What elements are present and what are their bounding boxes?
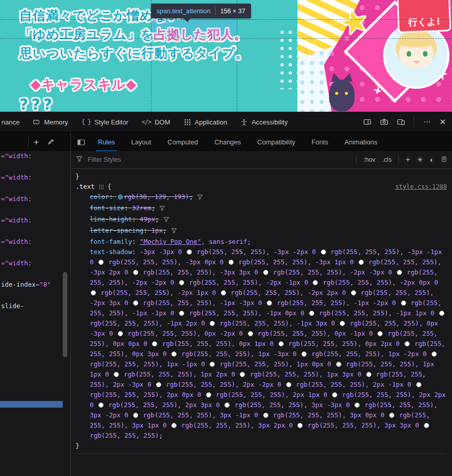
markup-line[interactable]: ide-index="8" (0, 280, 70, 301)
markup-line[interactable]: ="width: (0, 258, 70, 280)
filter-styles-input[interactable] (87, 156, 352, 164)
shadow-color-swatch[interactable] (187, 249, 192, 255)
shadow-color-swatch[interactable] (332, 392, 337, 397)
panel-tab-rules[interactable]: Rules (97, 133, 116, 152)
shadow-color-swatch[interactable] (118, 331, 123, 336)
panel-tab-animations[interactable]: Animations (343, 133, 378, 152)
filter-property-icon[interactable] (159, 204, 165, 214)
shadow-color-swatch[interactable] (397, 270, 402, 275)
shadow-color-swatch[interactable] (206, 392, 211, 397)
shadow-color-swatch[interactable] (133, 413, 138, 418)
shadow-color-swatch[interactable] (378, 331, 383, 336)
shadow-color-swatch[interactable] (179, 311, 184, 316)
responsive-design-icon[interactable] (397, 118, 405, 126)
add-node-button[interactable]: + (34, 138, 39, 146)
shadow-color-swatch[interactable] (401, 300, 406, 306)
class-list-toggle[interactable]: .cls (382, 157, 392, 163)
font-family-link[interactable]: "Mochiy Pop One" (140, 238, 201, 245)
panel-tab-layout[interactable]: Layout (130, 133, 152, 152)
shadow-color-swatch[interactable] (156, 382, 161, 387)
shadow-color-swatch[interactable] (313, 280, 318, 285)
html-markup-pane[interactable]: ="width:="width:="width:="width:="width:… (0, 151, 71, 476)
shadow-color-swatch[interactable] (297, 423, 303, 428)
shadow-color-swatch[interactable] (248, 331, 253, 336)
panel-tab-compatibility[interactable]: Compatibility (256, 133, 296, 152)
close-icon[interactable]: ✕ (439, 117, 446, 127)
shadow-color-swatch[interactable] (279, 341, 284, 346)
shadow-color-swatch[interactable] (263, 413, 268, 418)
tab-performance-partial[interactable]: nance (0, 118, 26, 126)
more-icon[interactable]: ⋯ (423, 117, 431, 127)
shadow-color-swatch[interactable] (336, 362, 341, 367)
shadow-color-swatch[interactable] (210, 321, 215, 326)
shadow-color-swatch[interactable] (152, 341, 157, 346)
panel-tab-computed[interactable]: Computed (166, 133, 199, 152)
shadow-color-swatch[interactable] (389, 413, 394, 418)
tab-application[interactable]: Application (177, 112, 234, 132)
tooltip-arrow (184, 18, 191, 22)
shadow-color-swatch[interactable] (321, 249, 326, 255)
markup-line[interactable]: ="width: (0, 194, 70, 215)
shadow-color-swatch[interactable] (224, 403, 230, 408)
eyedropper-icon[interactable] (47, 138, 55, 146)
tab-style-editor[interactable]: { }Style Editor (74, 112, 135, 132)
filter-property-icon[interactable] (163, 215, 169, 226)
shadow-color-swatch[interactable] (432, 352, 437, 357)
shadow-color-swatch[interactable] (302, 352, 307, 357)
shadow-color-swatch[interactable] (171, 352, 177, 357)
markup-scrollbar[interactable] (63, 151, 67, 476)
shadow-color-swatch[interactable] (210, 362, 215, 367)
shadow-color-swatch[interactable] (424, 423, 429, 428)
tab-accessibility[interactable]: Accessibility (234, 112, 294, 132)
markup-line[interactable]: ="width: (0, 237, 70, 258)
shadow-color-swatch[interactable] (229, 260, 234, 265)
shadow-color-swatch[interactable] (405, 341, 410, 346)
pseudo-class-toggle[interactable]: :hov (363, 157, 375, 163)
sidebar-toggle-icon[interactable] (71, 133, 90, 152)
shadow-color-swatch[interactable] (439, 311, 444, 316)
shadow-color-swatch[interactable] (221, 290, 226, 295)
shadow-color-swatch[interactable] (91, 290, 96, 295)
shadow-color-swatch[interactable] (171, 423, 177, 428)
markup-line[interactable]: slide- (0, 301, 70, 322)
split-pane-icon[interactable] (363, 118, 371, 126)
dark-scheme-icon[interactable]: ◐ (430, 156, 434, 163)
markup-line[interactable]: ="width: (0, 151, 70, 172)
shadow-color-swatch[interactable] (355, 403, 360, 408)
rule-selector[interactable]: .text (76, 182, 95, 192)
filter-property-icon[interactable] (197, 193, 203, 203)
shadow-color-swatch[interactable] (98, 403, 104, 408)
shadow-color-swatch[interactable] (309, 311, 314, 316)
shadow-color-swatch[interactable] (366, 372, 371, 377)
shadow-color-swatch[interactable] (98, 260, 104, 265)
tab-dom[interactable]: </>DOM (135, 112, 177, 132)
shadow-color-swatch[interactable] (351, 290, 356, 295)
selected-node-row[interactable] (0, 401, 63, 408)
panel-tab-fonts[interactable]: Fonts (311, 133, 330, 152)
shadow-color-swatch[interactable] (340, 321, 345, 326)
filter-property-icon[interactable] (171, 227, 177, 237)
shadow-color-swatch[interactable] (114, 372, 119, 377)
markup-line[interactable]: ="width: (0, 172, 70, 194)
rule-close-brace: } (76, 441, 447, 451)
shadow-color-swatch[interactable] (267, 300, 272, 306)
markup-line[interactable]: ="width: (0, 215, 70, 237)
shadow-color-swatch[interactable] (263, 270, 268, 275)
shadow-color-swatch[interactable] (133, 270, 138, 275)
scrollbar-thumb[interactable] (63, 272, 67, 357)
shadow-color-swatch[interactable] (133, 300, 138, 306)
tab-memory[interactable]: Memory (26, 112, 74, 132)
add-rule-button[interactable]: + (406, 156, 410, 164)
shadow-color-swatch[interactable] (359, 260, 364, 265)
shadow-color-swatch[interactable] (179, 280, 184, 285)
print-simulation-icon[interactable] (441, 156, 447, 164)
shadow-color-swatch[interactable] (416, 382, 421, 387)
stylesheet-source-link[interactable]: style.css:1288 (395, 182, 447, 192)
shadow-color-swatch[interactable] (240, 372, 245, 377)
drag-grid-icon[interactable] (98, 184, 104, 190)
light-scheme-icon[interactable]: ☀ (417, 156, 423, 163)
camera-icon[interactable] (380, 118, 388, 126)
color-swatch[interactable] (118, 194, 123, 199)
shadow-color-swatch[interactable] (286, 382, 291, 387)
panel-tab-changes[interactable]: Changes (213, 133, 242, 152)
